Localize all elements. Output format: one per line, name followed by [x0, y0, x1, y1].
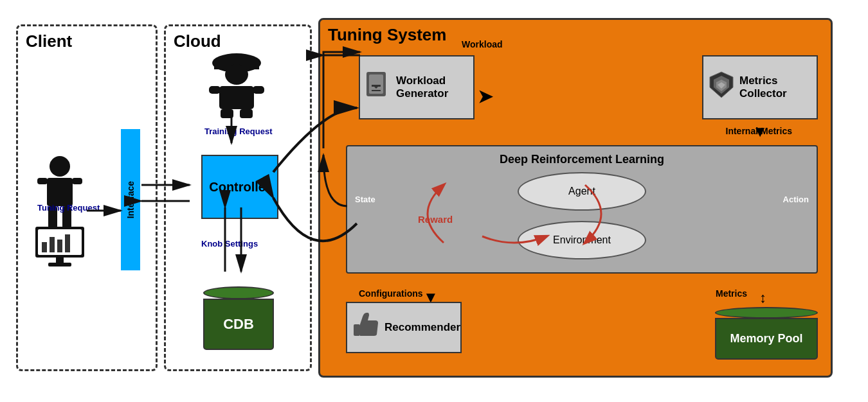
- drl-arrows-svg: [399, 166, 630, 262]
- svg-rect-21: [240, 109, 253, 118]
- interface-bar: Interface: [121, 129, 140, 270]
- configurations-label: Configurations: [359, 288, 423, 299]
- svg-rect-9: [50, 237, 55, 252]
- tuning-section: Tuning System Workload Workload Generato…: [318, 18, 833, 378]
- mc-label1: Metrics: [739, 74, 787, 87]
- svg-point-16: [225, 64, 248, 85]
- svg-rect-20: [221, 109, 233, 118]
- svg-rect-13: [48, 263, 71, 267]
- workload-generator-icon: [365, 71, 391, 105]
- client-label: Client: [26, 31, 72, 51]
- mc-down-arrow: ▼: [752, 123, 768, 141]
- svg-rect-11: [65, 234, 70, 252]
- tuning-system-label: Tuning System: [328, 25, 446, 45]
- wg-label2: Generator: [396, 87, 448, 100]
- monitor-svg: [34, 225, 86, 267]
- metrics-collector-box: Metrics Collector: [702, 55, 818, 119]
- svg-rect-19: [253, 86, 264, 94]
- hardhat-svg: [208, 42, 266, 119]
- svg-rect-10: [57, 240, 62, 252]
- workload-generator-box: Workload Generator: [359, 55, 475, 119]
- metrics-collector-label: Metrics Collector: [739, 74, 787, 100]
- monitor-icon: [34, 225, 86, 270]
- interface-label: Interface: [125, 181, 136, 218]
- svg-rect-2: [37, 178, 48, 184]
- mc-svg: [709, 71, 734, 99]
- tuning-request-label: Tuning Request: [37, 203, 100, 213]
- recommender-label: Recommender: [384, 321, 460, 334]
- wg-to-mc-arrow: ➤: [478, 86, 493, 107]
- hardhat-person-icon: [208, 42, 266, 128]
- workload-generator-label: Workload Generator: [396, 74, 448, 100]
- wg-svg: [365, 71, 391, 99]
- cdb-cylinder: CDB: [203, 299, 274, 350]
- recommender-icon: [352, 311, 379, 344]
- controller-box: Controller: [201, 155, 278, 219]
- recommender-box: Recommender: [346, 302, 462, 353]
- svg-rect-3: [72, 178, 82, 184]
- knob-settings-label: Knob Settings: [201, 238, 258, 250]
- memory-pool-label: Memory Pool: [730, 332, 802, 345]
- controller-label: Controller: [209, 180, 271, 195]
- diagram-container: Client: [16, 12, 852, 390]
- cdb-cylinder-top: [203, 286, 274, 299]
- action-label: Action: [783, 195, 809, 204]
- metrics-updown-arrow: ↕: [759, 290, 766, 306]
- workload-arrow-label: Workload: [462, 39, 503, 49]
- svg-rect-26: [372, 90, 381, 91]
- wg-label1: Workload: [396, 74, 448, 87]
- mc-label2: Collector: [739, 87, 787, 100]
- cdb-container: CDB: [203, 286, 274, 350]
- thumbsup-svg: [352, 311, 379, 338]
- mp-cylinder: Memory Pool: [715, 318, 818, 360]
- cdb-label: CDB: [223, 316, 254, 333]
- training-request-label: Training Request: [204, 126, 272, 137]
- svg-rect-31: [354, 324, 360, 336]
- metrics-label: Metrics: [716, 288, 747, 299]
- client-section: Client: [16, 24, 158, 371]
- memory-pool-container: Memory Pool: [715, 306, 818, 360]
- svg-rect-8: [42, 242, 47, 252]
- svg-point-0: [50, 156, 70, 177]
- state-label: State: [355, 195, 375, 204]
- client-person: [37, 155, 82, 234]
- mp-cylinder-top: [715, 307, 818, 319]
- svg-rect-1: [47, 178, 73, 206]
- cloud-section: Cloud Training Request Con: [164, 24, 312, 371]
- svg-rect-18: [209, 86, 221, 94]
- metrics-collector-icon: [709, 71, 734, 105]
- svg-rect-12: [56, 258, 64, 263]
- svg-rect-17: [219, 86, 254, 109]
- person-icon: [37, 155, 82, 232]
- drl-label: Deep Reinforcement Learning: [354, 153, 810, 166]
- drl-box: Deep Reinforcement Learning Agent Enviro…: [346, 145, 818, 274]
